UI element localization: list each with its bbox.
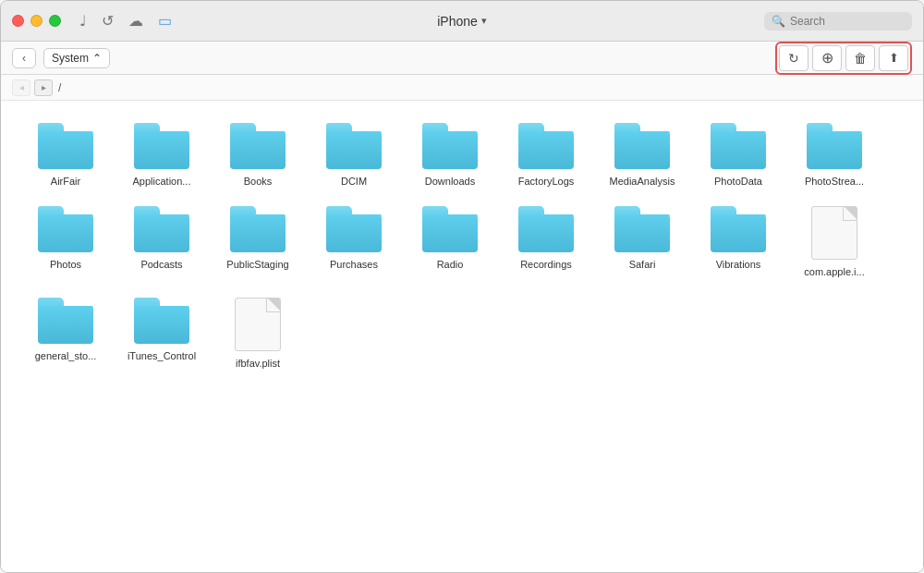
file-item[interactable]: Radio — [404, 199, 496, 286]
back-icon: ‹ — [22, 52, 26, 65]
folder-icon — [38, 298, 93, 344]
export-icon: ⬆ — [889, 51, 899, 65]
folder-icon — [614, 123, 670, 169]
file-label: Application... — [133, 175, 191, 188]
file-item[interactable]: com.apple.i... — [788, 199, 881, 286]
file-label: Recordings — [520, 258, 572, 271]
folder-icon — [38, 123, 93, 169]
files-grid: AirFair Application... Books DCIM — [19, 116, 905, 377]
file-item[interactable]: Recordings — [500, 199, 592, 286]
title-chevron[interactable]: ▾ — [481, 15, 487, 27]
trash-icon: 🗑 — [854, 51, 867, 66]
iphone-icon[interactable]: ▭ — [158, 12, 172, 30]
music-icon[interactable]: ♩ — [79, 12, 87, 30]
system-label: System — [52, 52, 89, 65]
search-icon: 🔍 — [772, 15, 785, 28]
search-bar[interactable]: 🔍 — [764, 12, 912, 30]
titlebar-title: iPhone ▾ — [437, 14, 487, 29]
path-navigation: ◂ ▸ — [12, 79, 53, 96]
folder-icon — [422, 123, 478, 169]
file-icon — [811, 206, 857, 260]
folder-icon — [711, 206, 766, 252]
file-item[interactable]: PublicStaging — [212, 199, 304, 286]
file-icon — [235, 298, 281, 351]
file-label: PhotoData — [714, 175, 762, 188]
file-item[interactable]: DCIM — [308, 116, 400, 195]
file-label: PhotoStrea... — [805, 175, 864, 188]
file-label: Downloads — [425, 175, 475, 188]
file-label: Books — [244, 175, 273, 188]
file-label: Safari — [629, 258, 656, 271]
toolbar-actions: ↻ ⊕ 🗑 ⬆ — [775, 42, 912, 75]
folder-icon — [614, 206, 670, 252]
file-item[interactable]: general_sto... — [19, 290, 112, 377]
add-icon: ⊕ — [821, 49, 833, 67]
main-content: AirFair Application... Books DCIM — [1, 101, 923, 573]
cloud-icon[interactable]: ☁ — [128, 12, 143, 30]
file-item[interactable]: Vibrations — [692, 199, 784, 286]
file-item[interactable]: Podcasts — [116, 199, 208, 286]
folder-icon — [518, 123, 574, 169]
reload-icon[interactable]: ↺ — [102, 12, 114, 30]
system-button[interactable]: System ⌃ — [43, 48, 110, 68]
maximize-button[interactable] — [49, 15, 61, 27]
traffic-lights — [12, 15, 61, 27]
file-label: MediaAnalysis — [610, 175, 675, 188]
folder-icon — [230, 206, 286, 252]
file-label: iTunes_Control — [128, 349, 196, 362]
folder-icon — [326, 206, 382, 252]
search-input[interactable] — [790, 15, 905, 28]
toolbar: ‹ System ⌃ ↻ ⊕ 🗑 ⬆ — [1, 42, 923, 75]
file-item[interactable]: Application... — [116, 116, 208, 195]
file-label: general_sto... — [35, 349, 97, 362]
add-button[interactable]: ⊕ — [812, 45, 842, 71]
file-label: Radio — [437, 258, 464, 271]
folder-icon — [230, 123, 286, 169]
pathbar: ◂ ▸ / — [1, 75, 923, 101]
titlebar: ♩ ↺ ☁ ▭ iPhone ▾ 🔍 — [1, 1, 923, 42]
folder-icon — [134, 123, 189, 169]
folder-icon — [326, 123, 382, 169]
file-item[interactable]: FactoryLogs — [500, 116, 592, 195]
device-name: iPhone — [437, 14, 478, 29]
close-button[interactable] — [12, 15, 24, 27]
folder-icon — [711, 123, 766, 169]
folder-icon — [422, 206, 478, 252]
file-item[interactable]: AirFair — [19, 116, 112, 195]
file-item[interactable]: MediaAnalysis — [596, 116, 688, 195]
delete-button[interactable]: 🗑 — [845, 45, 875, 71]
current-path: / — [58, 81, 61, 94]
back-button[interactable]: ‹ — [12, 48, 36, 68]
file-label: PublicStaging — [226, 258, 288, 271]
file-label: DCIM — [341, 175, 367, 188]
path-back-button[interactable]: ◂ — [12, 79, 30, 96]
file-label: AirFair — [51, 175, 80, 188]
file-item[interactable]: PhotoStrea... — [788, 116, 881, 195]
folder-icon — [134, 298, 189, 344]
minimize-button[interactable] — [30, 15, 43, 27]
titlebar-icons: ♩ ↺ ☁ ▭ — [79, 12, 172, 30]
file-label: FactoryLogs — [518, 175, 575, 188]
file-item[interactable]: Photos — [19, 199, 112, 286]
refresh-icon: ↻ — [788, 51, 799, 66]
file-item[interactable]: PhotoData — [692, 116, 784, 195]
file-label: ifbfav.plist — [236, 357, 280, 370]
file-label: com.apple.i... — [804, 265, 864, 278]
file-item[interactable]: Books — [212, 116, 304, 195]
file-item[interactable]: iTunes_Control — [116, 290, 208, 377]
folder-icon — [518, 206, 574, 252]
file-item[interactable]: Safari — [596, 199, 688, 286]
file-label: Photos — [50, 258, 81, 271]
file-label: Podcasts — [140, 258, 182, 271]
export-button[interactable]: ⬆ — [879, 45, 908, 71]
file-item[interactable]: Purchases — [308, 199, 400, 286]
folder-icon — [807, 123, 862, 169]
refresh-button[interactable]: ↻ — [779, 45, 808, 71]
file-item[interactable]: ifbfav.plist — [212, 290, 304, 377]
file-item[interactable]: Downloads — [404, 116, 496, 195]
file-label: Vibrations — [716, 258, 761, 271]
file-label: Purchases — [330, 258, 378, 271]
system-chevron: ⌃ — [92, 52, 102, 65]
path-forward-button[interactable]: ▸ — [34, 79, 53, 96]
folder-icon — [134, 206, 189, 252]
